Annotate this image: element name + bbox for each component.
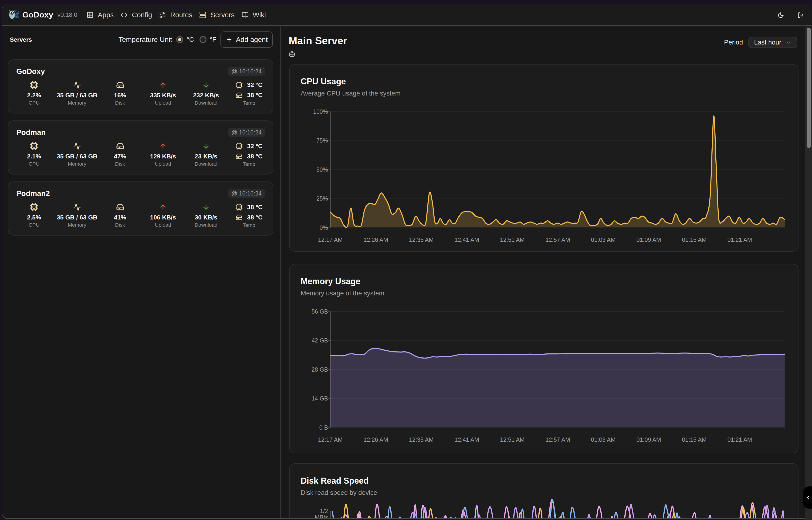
svg-text:01:21 AM: 01:21 AM bbox=[727, 436, 752, 443]
svg-text:12:35 AM: 12:35 AM bbox=[409, 436, 434, 443]
svg-text:0 B: 0 B bbox=[319, 424, 328, 431]
svg-text:12:51 AM: 12:51 AM bbox=[500, 236, 525, 243]
svg-text:12:51 AM: 12:51 AM bbox=[500, 436, 525, 443]
svg-text:01:03 AM: 01:03 AM bbox=[591, 236, 616, 243]
svg-text:25%: 25% bbox=[316, 195, 328, 202]
svg-text:12:26 AM: 12:26 AM bbox=[363, 436, 388, 443]
svg-text:01:15 AM: 01:15 AM bbox=[682, 436, 706, 443]
svg-text:12:41 AM: 12:41 AM bbox=[454, 436, 479, 443]
svg-text:12:57 AM: 12:57 AM bbox=[545, 236, 570, 243]
svg-text:MB/s: MB/s bbox=[315, 514, 328, 519]
svg-text:56 GB: 56 GB bbox=[311, 308, 328, 314]
svg-text:12:41 AM: 12:41 AM bbox=[454, 236, 479, 243]
svg-text:28 GB: 28 GB bbox=[311, 366, 328, 372]
svg-text:0%: 0% bbox=[319, 224, 328, 231]
svg-text:75%: 75% bbox=[316, 137, 328, 144]
svg-text:01:21 AM: 01:21 AM bbox=[727, 236, 752, 243]
svg-text:12:17 AM: 12:17 AM bbox=[318, 436, 343, 443]
svg-text:12:26 AM: 12:26 AM bbox=[363, 236, 388, 243]
svg-text:100%: 100% bbox=[313, 108, 328, 115]
svg-text:01:09 AM: 01:09 AM bbox=[637, 236, 661, 243]
svg-text:42 GB: 42 GB bbox=[311, 337, 328, 344]
svg-text:12:17 AM: 12:17 AM bbox=[318, 236, 343, 243]
svg-text:1/2: 1/2 bbox=[320, 508, 328, 514]
svg-text:01:09 AM: 01:09 AM bbox=[637, 436, 661, 443]
svg-text:14 GB: 14 GB bbox=[311, 395, 328, 401]
svg-text:50%: 50% bbox=[316, 166, 328, 173]
svg-text:01:15 AM: 01:15 AM bbox=[682, 236, 706, 243]
svg-text:01:03 AM: 01:03 AM bbox=[591, 436, 616, 443]
svg-text:12:57 AM: 12:57 AM bbox=[545, 436, 570, 443]
svg-text:12:35 AM: 12:35 AM bbox=[409, 236, 434, 243]
